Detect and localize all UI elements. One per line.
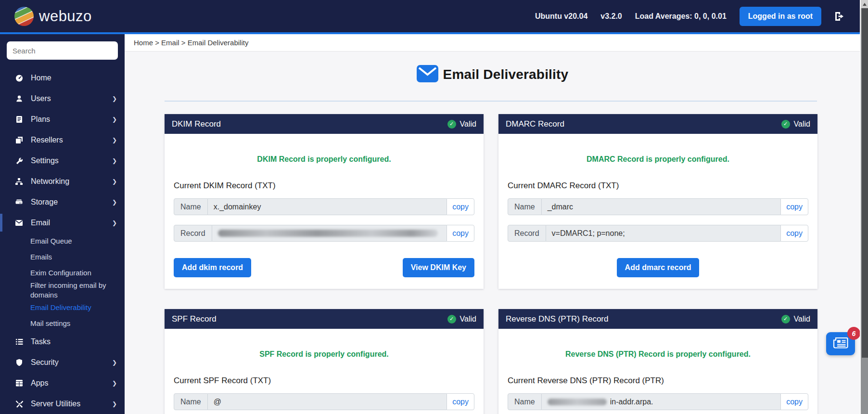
copy-button[interactable]: copy (447, 198, 474, 215)
dkim-card-title: DKIM Record (172, 119, 221, 129)
resellers-icon (14, 136, 24, 144)
subitem-label: Emails (30, 252, 52, 262)
status-label: Valid (794, 315, 810, 323)
sidebar-item-security[interactable]: Security (0, 352, 125, 373)
ptr-name-row: Name in-addr.arpa. copy (508, 393, 808, 410)
status-label: Valid (794, 120, 810, 129)
ptr-status-badge: Valid (781, 315, 810, 323)
sidebar-item-label: Resellers (31, 136, 63, 144)
storage-icon (14, 198, 24, 206)
dkim-record-row: Record copy (174, 225, 474, 242)
newspaper-icon (833, 336, 848, 351)
spf-name-row: Name @ copy (174, 393, 474, 410)
topbar: webuzo Ubuntu v20.04 v3.2.0 Load Average… (0, 0, 868, 32)
chevron-right-icon (112, 220, 117, 226)
dmarc-name-row: Name _dmarc copy (508, 198, 808, 215)
subitem-label: Email Queue (30, 236, 72, 246)
dmarc-section-label: Current DMARC Record (TXT) (508, 181, 808, 191)
sidebar: Home Users Plans Resellers (0, 34, 125, 414)
scrollbar-thumb[interactable] (862, 8, 868, 358)
status-label: Valid (460, 120, 476, 129)
dkim-status-message: DKIM Record is properly configured. (174, 155, 474, 164)
logout-icon[interactable] (834, 11, 846, 22)
breadcrumb[interactable]: Home > Email > Email Deliverability (125, 34, 860, 52)
chevron-right-icon (112, 116, 117, 123)
sidebar-item-apps[interactable]: Apps (0, 373, 125, 393)
field-value-redacted (212, 225, 447, 242)
sidebar-item-label: Apps (31, 379, 48, 388)
status-label: Valid (460, 315, 476, 323)
dmarc-status-message: DMARC Record is properly configured. (508, 155, 808, 164)
breadcrumb-text: Home > Email > Email Deliverability (134, 39, 248, 47)
sidebar-subitem-email-deliverability[interactable]: Email Deliverability (0, 299, 125, 315)
webuzo-app: webuzo Ubuntu v20.04 v3.2.0 Load Average… (0, 0, 868, 414)
valid-check-icon (447, 120, 456, 129)
webuzo-globe-icon (14, 7, 34, 26)
dashboard-icon (14, 74, 24, 82)
sidebar-item-home[interactable]: Home (0, 67, 125, 88)
field-value: x._domainkey (208, 198, 447, 215)
ptr-card: Reverse DNS (PTR) Record Valid Reverse D… (498, 309, 817, 414)
valid-check-icon (781, 315, 790, 323)
scroll-up-button[interactable] (861, 0, 868, 8)
news-widget-button[interactable]: 6 (826, 332, 855, 355)
field-value: @ (208, 393, 447, 410)
plans-icon (14, 116, 24, 123)
load-averages-label: Load Averages: 0, 0, 0.01 (635, 12, 727, 21)
sidebar-item-resellers[interactable]: Resellers (0, 129, 125, 150)
chevron-right-icon (112, 95, 117, 102)
chevron-right-icon (112, 380, 117, 387)
networking-icon (14, 178, 24, 185)
sidebar-item-plans[interactable]: Plans (0, 109, 125, 129)
sidebar-item-users[interactable]: Users (0, 88, 125, 109)
view-dkim-key-button[interactable]: View DKIM Key (403, 258, 474, 277)
main-content: Home > Email > Email Deliverability Emai… (125, 34, 860, 414)
sidebar-item-label: Home (31, 74, 51, 82)
sidebar-item-networking[interactable]: Networking (0, 171, 125, 192)
valid-check-icon (781, 120, 790, 129)
logged-in-as-root-button[interactable]: Logged in as root (740, 7, 821, 26)
sidebar-item-email[interactable]: Email (0, 212, 125, 233)
spf-card-title: SPF Record (172, 314, 217, 324)
copy-button[interactable]: copy (780, 198, 808, 215)
spf-card: SPF Record Valid SPF Record is properly … (165, 309, 484, 414)
chevron-right-icon (112, 401, 117, 407)
os-version-label: Ubuntu v20.04 (535, 12, 587, 21)
search-input[interactable] (7, 41, 118, 60)
page-title: Email Deliverability (443, 67, 569, 82)
copy-button[interactable]: copy (447, 225, 474, 242)
copy-button[interactable]: copy (780, 225, 808, 242)
copy-button[interactable]: copy (780, 393, 808, 410)
field-label: Record (508, 225, 546, 242)
sidebar-item-label: Settings (31, 156, 59, 165)
sidebar-item-label: Server Utilities (31, 400, 80, 408)
field-label: Name (508, 198, 542, 215)
scroll-up-icon (863, 3, 867, 6)
email-icon (14, 220, 24, 226)
copy-button[interactable]: copy (447, 393, 474, 410)
sidebar-item-label: Storage (31, 198, 58, 207)
page-scrollbar[interactable] (860, 0, 868, 414)
sidebar-subitem-emails[interactable]: Emails (0, 249, 125, 265)
subitem-label: Email Deliverability (30, 303, 91, 312)
sidebar-item-label: Tasks (31, 337, 51, 346)
sidebar-subitem-exim-configuration[interactable]: Exim Configuration (0, 265, 125, 281)
sidebar-subitem-filter-incoming-email[interactable]: Filter incoming email by domains (0, 281, 125, 299)
sidebar-subitem-email-queue[interactable]: Email Queue (0, 233, 125, 249)
sidebar-subitem-mail-settings[interactable]: Mail settings (0, 315, 125, 331)
subitem-label: Exim Configuration (30, 268, 91, 278)
wrench-icon (14, 157, 24, 165)
webuzo-logo[interactable]: webuzo (14, 7, 92, 26)
field-value: in-addr.arpa. (542, 393, 781, 410)
chevron-right-icon (112, 199, 117, 206)
sidebar-item-settings[interactable]: Settings (0, 150, 125, 171)
dkim-name-row: Name x._domainkey copy (174, 198, 474, 215)
sidebar-item-label: Security (31, 358, 59, 367)
dmarc-record-row: Record v=DMARC1; p=none; copy (508, 225, 808, 242)
add-dkim-record-button[interactable]: Add dkim record (174, 258, 251, 277)
add-dmarc-record-button[interactable]: Add dmarc record (617, 258, 700, 277)
sidebar-item-server-utilities[interactable]: Server Utilities (0, 393, 125, 414)
sidebar-item-label: Users (31, 94, 51, 103)
sidebar-item-tasks[interactable]: Tasks (0, 331, 125, 352)
sidebar-item-storage[interactable]: Storage (0, 192, 125, 212)
